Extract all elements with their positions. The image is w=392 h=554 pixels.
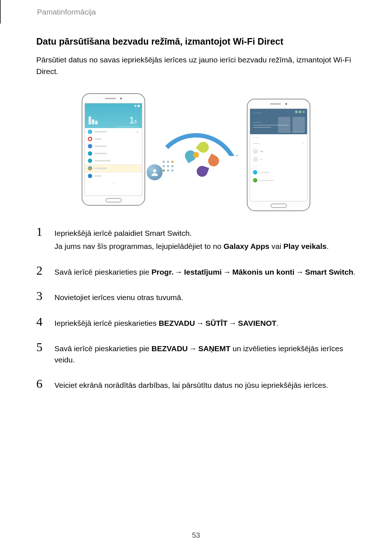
- content-area: Datu pārsūtīšana bezvadu režīmā, izmanto…: [36, 36, 356, 403]
- intro-paragraph: Pārsūtiet datus no savas iepriekšējās ie…: [36, 54, 356, 77]
- step-text: Iepriekšējā ierīcē pieskarieties BEZVADU…: [54, 318, 356, 329]
- step-5: 5 Savā ierīcē pieskarieties pie BEZVADU→…: [36, 341, 356, 368]
- transfer-illustration: 15 ☺✓ —: [36, 88, 356, 211]
- step-text: Savā ierīcē pieskarieties pie BEZVADU→SA…: [54, 343, 356, 365]
- page-header: Pamatinformācija: [0, 0, 392, 24]
- step-text: Savā ierīcē pieskarieties pie Progr.→Ies…: [54, 267, 356, 278]
- header-section-label: Pamatinformācija: [37, 8, 96, 16]
- step-text: Ja jums nav šīs programmas, lejupielādēj…: [54, 241, 356, 252]
- step-number: 6: [36, 378, 47, 393]
- step-number: 5: [36, 341, 47, 368]
- svg-point-0: [153, 169, 156, 172]
- step-number: 1: [36, 226, 47, 254]
- step-text: Veiciet ekrānā norādītās darbības, lai p…: [54, 380, 356, 391]
- step-2: 2 Savā ierīcē pieskarieties pie Progr.→I…: [36, 264, 356, 280]
- contact-avatar-icon: [147, 164, 163, 180]
- step-4: 4 Iepriekšējā ierīcē pieskarieties BEZVA…: [36, 316, 356, 331]
- illustration-phone-right: ——— ——— • • • • • • • ——— ✓ ——: [247, 99, 310, 211]
- step-6: 6 Veiciet ekrānā norādītās darbības, lai…: [36, 378, 356, 393]
- illustration-phone-left: 15 ☺✓ —: [82, 93, 145, 206]
- illustration-center-graphic: [149, 122, 243, 177]
- step-3: 3 Novietojiet ierīces vienu otras tuvumā…: [36, 290, 356, 305]
- apps-grid-icon: [163, 161, 174, 172]
- page-number: 53: [0, 531, 392, 539]
- gallery-flower-icon: [185, 144, 207, 166]
- figure-inner: 15 ☺✓ —: [82, 88, 310, 211]
- step-text: Iepriekšējā ierīcē palaidiet Smart Switc…: [54, 228, 356, 239]
- step-1: 1 Iepriekšējā ierīcē palaidiet Smart Swi…: [36, 226, 356, 254]
- step-number: 2: [36, 264, 47, 280]
- step-number: 3: [36, 290, 47, 305]
- step-text: Novietojiet ierīces vienu otras tuvumā.: [54, 292, 356, 303]
- section-title: Datu pārsūtīšana bezvadu režīmā, izmanto…: [36, 36, 356, 47]
- steps-list: 1 Iepriekšējā ierīcē palaidiet Smart Swi…: [36, 226, 356, 393]
- step-number: 4: [36, 316, 47, 331]
